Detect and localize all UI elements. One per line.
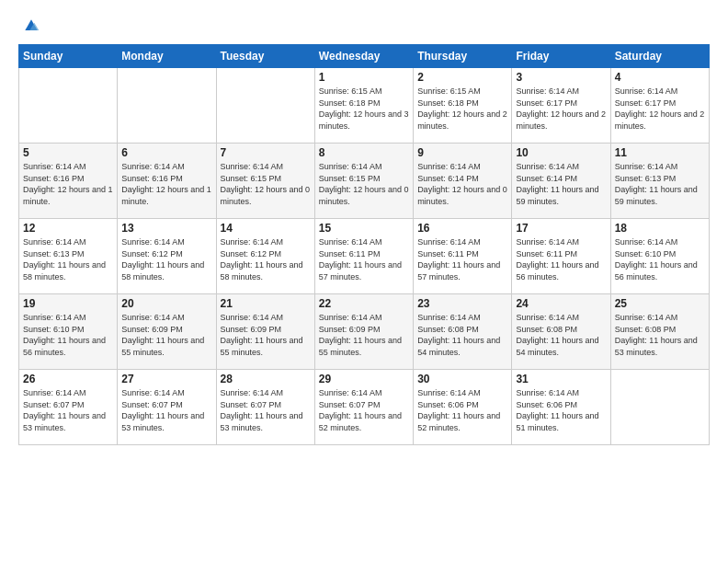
day-cell: 12Sunrise: 6:14 AMSunset: 6:13 PMDayligh… (19, 219, 118, 294)
weekday-header-saturday: Saturday (610, 45, 709, 68)
day-info: Sunrise: 6:14 AMSunset: 6:07 PMDaylight:… (23, 387, 113, 433)
weekday-header-wednesday: Wednesday (314, 45, 413, 68)
day-cell (216, 68, 314, 144)
day-cell: 21Sunrise: 6:14 AMSunset: 6:09 PMDayligh… (216, 294, 314, 370)
day-info: Sunrise: 6:14 AMSunset: 6:14 PMDaylight:… (417, 161, 507, 207)
day-info: Sunrise: 6:14 AMSunset: 6:07 PMDaylight:… (319, 387, 409, 433)
day-info: Sunrise: 6:14 AMSunset: 6:15 PMDaylight:… (319, 161, 409, 207)
day-number: 30 (417, 373, 507, 385)
day-cell: 30Sunrise: 6:14 AMSunset: 6:06 PMDayligh… (414, 370, 512, 445)
header (18, 17, 710, 35)
day-cell: 24Sunrise: 6:14 AMSunset: 6:08 PMDayligh… (512, 294, 610, 370)
day-number: 13 (121, 222, 211, 235)
day-info: Sunrise: 6:15 AMSunset: 6:18 PMDaylight:… (417, 86, 507, 132)
day-cell: 22Sunrise: 6:14 AMSunset: 6:09 PMDayligh… (314, 294, 413, 370)
day-cell: 28Sunrise: 6:14 AMSunset: 6:07 PMDayligh… (216, 370, 314, 445)
day-number: 26 (23, 373, 113, 385)
weekday-header-friday: Friday (512, 45, 610, 68)
day-cell: 20Sunrise: 6:14 AMSunset: 6:09 PMDayligh… (118, 294, 216, 370)
day-cell: 1Sunrise: 6:15 AMSunset: 6:18 PMDaylight… (314, 68, 413, 144)
day-info: Sunrise: 6:15 AMSunset: 6:18 PMDaylight:… (319, 86, 409, 132)
day-number: 22 (319, 297, 409, 310)
day-info: Sunrise: 6:14 AMSunset: 6:10 PMDaylight:… (615, 236, 705, 282)
day-cell: 7Sunrise: 6:14 AMSunset: 6:15 PMDaylight… (216, 144, 314, 219)
day-number: 21 (221, 297, 311, 310)
weekday-header-row: SundayMondayTuesdayWednesdayThursdayFrid… (19, 45, 710, 68)
day-info: Sunrise: 6:14 AMSunset: 6:06 PMDaylight:… (417, 387, 507, 433)
day-cell: 4Sunrise: 6:14 AMSunset: 6:17 PMDaylight… (610, 68, 709, 144)
day-cell: 23Sunrise: 6:14 AMSunset: 6:08 PMDayligh… (414, 294, 512, 370)
day-cell: 26Sunrise: 6:14 AMSunset: 6:07 PMDayligh… (19, 370, 118, 445)
day-info: Sunrise: 6:14 AMSunset: 6:11 PMDaylight:… (319, 236, 409, 282)
day-info: Sunrise: 6:14 AMSunset: 6:17 PMDaylight:… (615, 86, 705, 132)
day-number: 4 (615, 71, 705, 84)
day-number: 17 (516, 222, 606, 235)
weekday-header-sunday: Sunday (19, 45, 118, 68)
day-number: 8 (319, 146, 409, 159)
day-number: 31 (516, 373, 606, 385)
day-info: Sunrise: 6:14 AMSunset: 6:16 PMDaylight:… (121, 161, 211, 207)
day-cell: 25Sunrise: 6:14 AMSunset: 6:08 PMDayligh… (610, 294, 709, 370)
day-info: Sunrise: 6:14 AMSunset: 6:09 PMDaylight:… (121, 312, 211, 358)
page: SundayMondayTuesdayWednesdayThursdayFrid… (0, 0, 728, 563)
day-number: 18 (615, 222, 705, 235)
day-number: 16 (417, 222, 507, 235)
day-number: 6 (121, 146, 211, 159)
day-cell: 27Sunrise: 6:14 AMSunset: 6:07 PMDayligh… (118, 370, 216, 445)
day-number: 5 (23, 146, 113, 159)
day-cell: 14Sunrise: 6:14 AMSunset: 6:12 PMDayligh… (216, 219, 314, 294)
day-number: 3 (516, 71, 606, 84)
day-number: 28 (221, 373, 311, 385)
day-info: Sunrise: 6:14 AMSunset: 6:08 PMDaylight:… (615, 312, 705, 358)
day-number: 7 (221, 146, 311, 159)
day-number: 29 (319, 373, 409, 385)
day-number: 12 (23, 222, 113, 235)
day-cell: 8Sunrise: 6:14 AMSunset: 6:15 PMDaylight… (314, 144, 413, 219)
day-info: Sunrise: 6:14 AMSunset: 6:11 PMDaylight:… (516, 236, 606, 282)
day-info: Sunrise: 6:14 AMSunset: 6:17 PMDaylight:… (516, 86, 606, 132)
weekday-header-monday: Monday (118, 45, 216, 68)
calendar: SundayMondayTuesdayWednesdayThursdayFrid… (18, 44, 710, 445)
day-number: 25 (615, 297, 705, 310)
day-number: 14 (221, 222, 311, 235)
day-number: 19 (23, 297, 113, 310)
day-cell (19, 68, 118, 144)
day-number: 15 (319, 222, 409, 235)
day-cell (118, 68, 216, 144)
weekday-header-tuesday: Tuesday (216, 45, 314, 68)
day-number: 23 (417, 297, 507, 310)
day-cell: 11Sunrise: 6:14 AMSunset: 6:13 PMDayligh… (610, 144, 709, 219)
day-info: Sunrise: 6:14 AMSunset: 6:07 PMDaylight:… (121, 387, 211, 433)
day-number: 9 (417, 146, 507, 159)
day-info: Sunrise: 6:14 AMSunset: 6:10 PMDaylight:… (23, 312, 113, 358)
logo (18, 17, 40, 35)
day-cell: 16Sunrise: 6:14 AMSunset: 6:11 PMDayligh… (414, 219, 512, 294)
day-cell: 18Sunrise: 6:14 AMSunset: 6:10 PMDayligh… (610, 219, 709, 294)
day-cell: 29Sunrise: 6:14 AMSunset: 6:07 PMDayligh… (314, 370, 413, 445)
day-cell: 15Sunrise: 6:14 AMSunset: 6:11 PMDayligh… (314, 219, 413, 294)
day-cell: 17Sunrise: 6:14 AMSunset: 6:11 PMDayligh… (512, 219, 610, 294)
day-info: Sunrise: 6:14 AMSunset: 6:14 PMDaylight:… (516, 161, 606, 207)
day-info: Sunrise: 6:14 AMSunset: 6:09 PMDaylight:… (319, 312, 409, 358)
day-number: 10 (516, 146, 606, 159)
day-number: 2 (417, 71, 507, 84)
day-info: Sunrise: 6:14 AMSunset: 6:11 PMDaylight:… (417, 236, 507, 282)
day-cell: 10Sunrise: 6:14 AMSunset: 6:14 PMDayligh… (512, 144, 610, 219)
day-number: 27 (121, 373, 211, 385)
day-info: Sunrise: 6:14 AMSunset: 6:13 PMDaylight:… (23, 236, 113, 282)
day-cell: 5Sunrise: 6:14 AMSunset: 6:16 PMDaylight… (19, 144, 118, 219)
week-row-2: 5Sunrise: 6:14 AMSunset: 6:16 PMDaylight… (19, 144, 710, 219)
day-number: 24 (516, 297, 606, 310)
day-info: Sunrise: 6:14 AMSunset: 6:08 PMDaylight:… (417, 312, 507, 358)
logo-icon (22, 17, 40, 35)
day-number: 20 (121, 297, 211, 310)
day-cell (610, 370, 709, 445)
day-cell: 31Sunrise: 6:14 AMSunset: 6:06 PMDayligh… (512, 370, 610, 445)
week-row-5: 26Sunrise: 6:14 AMSunset: 6:07 PMDayligh… (19, 370, 710, 445)
day-number: 11 (615, 146, 705, 159)
day-info: Sunrise: 6:14 AMSunset: 6:09 PMDaylight:… (221, 312, 311, 358)
day-cell: 19Sunrise: 6:14 AMSunset: 6:10 PMDayligh… (19, 294, 118, 370)
day-info: Sunrise: 6:14 AMSunset: 6:06 PMDaylight:… (516, 387, 606, 433)
week-row-3: 12Sunrise: 6:14 AMSunset: 6:13 PMDayligh… (19, 219, 710, 294)
weekday-header-thursday: Thursday (414, 45, 512, 68)
